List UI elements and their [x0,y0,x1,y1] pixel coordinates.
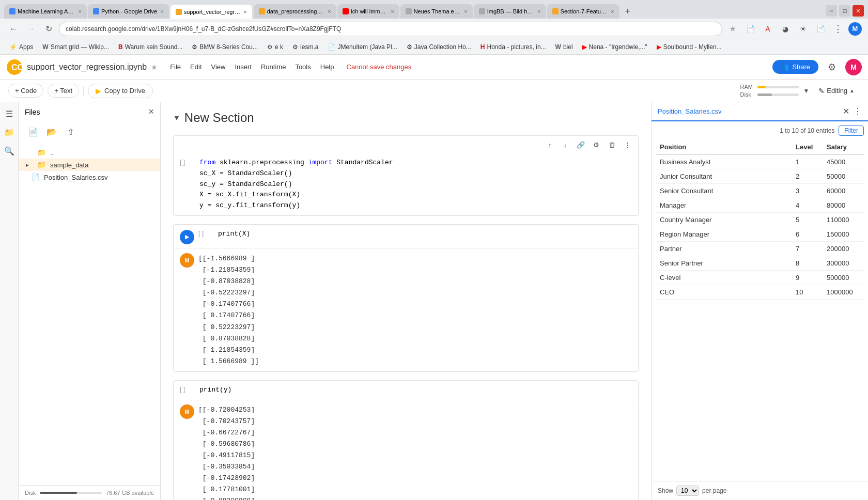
star-icon[interactable]: ★ [151,63,158,71]
ram-disk-widget[interactable]: RAM Disk [740,84,799,98]
tab-svr-close[interactable]: × [243,9,246,15]
per-page-select[interactable]: 10 [676,486,699,496]
bookmark-jmenu[interactable]: 📄 JMenultem (Java Pl... [323,42,401,52]
file-item-sample-data[interactable]: ► 📁 sample_data [19,159,160,171]
csv-cell-level: 4 [792,198,823,213]
tab-imgbb[interactable]: ImgBB — Bild hochlac... × [474,4,546,19]
acrobat-icon[interactable]: A [761,22,775,36]
tab-yt1-close[interactable]: × [391,8,394,14]
tab-data-pre[interactable]: data_preprocessing_to... × [254,4,336,19]
bookmark-star[interactable]: ★ [725,22,740,36]
share-button[interactable]: 👥 Share [772,60,818,74]
tab-svr[interactable]: support_vector_regre... × [170,4,253,19]
bookmark-wiki[interactable]: W Smart grid — Wikip... [38,42,113,52]
cell1-settings-icon[interactable]: ⚙ [590,138,603,151]
bookmark-biel[interactable]: W biel [551,42,577,52]
bookmark-ek[interactable]: ⚙ e k [263,42,287,52]
bookmark-bmw[interactable]: ⚙ BMW 8-Series Cou... [188,42,262,52]
tab-python-close[interactable]: × [160,8,163,14]
close-window-button[interactable]: × [853,5,864,17]
extension-icon2[interactable]: ☀ [796,22,810,36]
new-tab-button[interactable]: + [621,4,635,19]
csv-table-row[interactable]: C-level 9 500000 [656,271,864,285]
cell1-link-icon[interactable]: 🔗 [574,138,587,151]
search-nav-icon[interactable]: 🔍 [2,144,17,158]
csv-table-row[interactable]: Region Manager 6 150000 [656,227,864,242]
menu-runtime[interactable]: Runtime [257,61,290,73]
menu-file[interactable]: File [166,61,185,73]
bookmark-soul[interactable]: ▶ Soulbound - Myllen... [653,42,726,52]
cell2-code[interactable]: print(X) [218,229,632,240]
folder-nav-icon[interactable]: 📁 [2,125,17,139]
extension-icon1[interactable]: ◕ [778,22,793,36]
tab-section7[interactable]: Section-7-Feature-Sca... × [547,4,619,19]
section-arrow-icon[interactable]: ▼ [173,114,180,122]
csv-table-row[interactable]: Manager 4 80000 [656,198,864,213]
tab-forum-close[interactable]: × [464,8,467,14]
cell3-code[interactable]: print(y) [199,385,632,396]
tab-yt1-label: Ich will immer wie... [351,8,388,14]
cannot-save-text[interactable]: Cannot save changes [347,63,412,71]
cell1-down-icon[interactable]: ↓ [559,138,572,151]
maximize-button[interactable]: □ [839,5,850,17]
tab-data-pre-close[interactable]: × [328,8,331,14]
csv-table-row[interactable]: Senior Consultant 3 60000 [656,184,864,198]
settings-icon[interactable]: ⚙ [824,59,840,75]
cell1-delete-icon[interactable]: 🗑 [605,138,618,151]
ram-expand-icon[interactable]: ▼ [803,87,809,95]
add-text-button[interactable]: + Text [48,84,79,98]
tab-ml-close[interactable]: × [79,8,82,14]
tab-section7-close[interactable]: × [611,8,614,14]
sidebar-close-button[interactable]: × [148,106,154,117]
pencil-icon: ✎ [818,87,825,95]
csv-table-row[interactable]: Partner 7 200000 [656,242,864,256]
menu-edit[interactable]: Edit [186,61,206,73]
bookmark-nena[interactable]: ▶ Nena - "Irgendwie,..." [578,42,652,52]
panel-layout-icon[interactable]: ⋮ [854,106,862,116]
csv-table-row[interactable]: Business Analyst 1 45000 [656,154,864,169]
menu-button[interactable]: ⋮ [831,22,845,36]
editing-button[interactable]: ✎ Editing ▲ [813,85,860,97]
extensions-button[interactable]: 📄 [813,22,828,36]
cell1-code[interactable]: from sklearn.preprocessing import Standa… [199,158,632,211]
bookmark-java[interactable]: ⚙ Java Collection Ho... [402,42,475,52]
refresh-button[interactable]: ↻ [41,22,56,36]
csv-table-row[interactable]: Junior Consultant 2 50000 [656,169,864,184]
file-item-csv[interactable]: 📄 Position_Salaries.csv [19,171,160,183]
csv-table-row[interactable]: Senior Partner 8 300000 [656,256,864,271]
close-csv-panel-button[interactable]: ✕ [843,106,849,116]
reader-icon[interactable]: 📄 [743,22,757,36]
add-code-button[interactable]: + Code [8,84,43,98]
user-avatar[interactable]: M [845,59,862,75]
url-input[interactable]: colab.research.google.com/drive/1BXw9jnH… [59,22,722,36]
tab-python[interactable]: Python - Google Drive × [88,4,169,19]
new-folder-icon[interactable]: 📂 [43,123,60,140]
csv-table-row[interactable]: Country Manager 5 110000 [656,213,864,227]
bookmark-iesm[interactable]: ⚙ iesm.a [288,42,322,52]
profile-avatar[interactable]: M [848,22,862,36]
menu-insert[interactable]: Insert [230,61,256,73]
minimize-button[interactable]: − [826,5,837,17]
tab-forum[interactable]: Neues Thema erstellen × [400,4,473,19]
upload-icon[interactable]: ⇧ [62,123,79,140]
tab-yt1[interactable]: Ich will immer wie... × [337,4,399,19]
cell1-up-icon[interactable]: ↑ [543,138,556,151]
menu-tools[interactable]: Tools [291,61,315,73]
cell2-run-button[interactable]: ▶ [180,230,194,244]
back-button[interactable]: ← [6,22,21,36]
new-file-icon[interactable]: 📄 [25,123,41,140]
file-item-dotdot[interactable]: 📁 .. [19,146,160,159]
tab-imgbb-close[interactable]: × [537,8,540,14]
cell1-more-icon[interactable]: ⋮ [621,138,634,151]
sidebar-toggle-icon[interactable]: ☰ [2,106,17,121]
tab-ml[interactable]: Machine Learning A-Z... × [4,4,87,19]
menu-help[interactable]: Help [316,61,338,73]
filter-button[interactable]: Filter [839,126,864,136]
bookmark-honda[interactable]: H Honda - pictures, in... [476,42,550,52]
copy-to-drive-button[interactable]: ▶ Copy to Drive [88,84,153,98]
menu-view[interactable]: View [207,61,230,73]
bookmark-apps[interactable]: ⚡ Apps [5,42,37,52]
forward-button[interactable]: → [24,22,38,36]
bookmark-sound[interactable]: B Warum kein Sound... [114,42,187,52]
csv-table-row[interactable]: CEO 10 1000000 [656,285,864,300]
